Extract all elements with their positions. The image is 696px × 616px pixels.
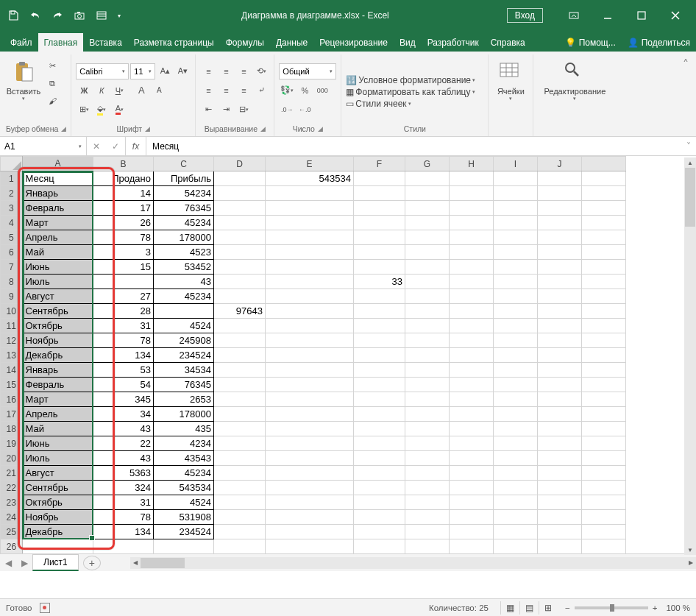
cell-G21[interactable] xyxy=(405,466,450,481)
cell-B14[interactable]: 53 xyxy=(93,363,154,378)
row-header-7[interactable]: 7 xyxy=(1,260,23,275)
expand-formula-icon[interactable]: ˅ xyxy=(681,141,696,152)
cell-B1[interactable]: Продано xyxy=(93,171,154,186)
cell-D14[interactable] xyxy=(214,363,266,378)
cell-F14[interactable] xyxy=(354,363,405,378)
cell-H21[interactable] xyxy=(450,466,494,481)
cell-H14[interactable] xyxy=(450,363,494,378)
cell-I12[interactable] xyxy=(494,333,538,348)
cell-H9[interactable] xyxy=(450,289,494,304)
tab-developer[interactable]: Разработчик xyxy=(422,33,485,52)
font-name-select[interactable]: Calibri▾ xyxy=(76,63,129,79)
cell-H25[interactable] xyxy=(450,525,494,539)
cell-F24[interactable] xyxy=(354,510,405,525)
row-header-23[interactable]: 23 xyxy=(1,495,23,510)
italic-button[interactable]: К xyxy=(93,82,110,99)
cell-F12[interactable] xyxy=(354,333,405,348)
column-header-I[interactable]: I xyxy=(494,157,538,171)
cell-I2[interactable] xyxy=(494,186,538,201)
dialog-launcher-icon[interactable]: ◢ xyxy=(260,125,266,132)
cell-A12[interactable]: Ноябрь xyxy=(23,333,93,348)
enter-icon[interactable]: ✓ xyxy=(106,137,125,155)
tab-data[interactable]: Данные xyxy=(270,33,313,52)
cell-J9[interactable] xyxy=(538,289,582,304)
cell-J7[interactable] xyxy=(538,260,582,275)
format-as-table-button[interactable]: ▦Форматировать как таблицу ▾ xyxy=(346,87,475,97)
cell-H20[interactable] xyxy=(450,451,494,466)
row-header-26[interactable]: 26 xyxy=(1,539,23,554)
zoom-level[interactable]: 100 % xyxy=(666,603,690,612)
normal-view-icon[interactable]: ▦ xyxy=(500,601,519,615)
cell-G5[interactable] xyxy=(405,230,450,245)
cell-B18[interactable]: 43 xyxy=(93,422,154,436)
redo-icon[interactable] xyxy=(49,7,66,24)
increase-font-icon[interactable]: A▴ xyxy=(157,63,173,79)
increase-decimal-icon[interactable]: .0→ xyxy=(279,102,295,118)
cell-G9[interactable] xyxy=(405,289,450,304)
cell-F16[interactable] xyxy=(354,392,405,407)
row-header-12[interactable]: 12 xyxy=(1,333,23,348)
cell-F23[interactable] xyxy=(354,495,405,510)
cell-C19[interactable]: 4234 xyxy=(154,436,214,451)
cell-D16[interactable] xyxy=(214,392,266,407)
column-header-E[interactable]: E xyxy=(266,157,354,171)
cell-A21[interactable]: Август xyxy=(23,466,93,481)
increase-font-icon-2[interactable]: A xyxy=(133,82,149,99)
cell-E8[interactable] xyxy=(266,275,354,289)
cell-A7[interactable]: Июнь xyxy=(23,260,93,275)
cell-G16[interactable] xyxy=(405,392,450,407)
cell-H4[interactable] xyxy=(450,216,494,230)
cell-D5[interactable] xyxy=(214,230,266,245)
cell-E15[interactable] xyxy=(266,378,354,392)
vertical-scrollbar[interactable]: ▲ ▼ xyxy=(684,157,696,555)
cell-A19[interactable]: Июнь xyxy=(23,436,93,451)
cell-E13[interactable] xyxy=(266,348,354,363)
new-sheet-icon[interactable]: + xyxy=(83,556,101,570)
cell-J6[interactable] xyxy=(538,245,582,260)
column-header-D[interactable]: D xyxy=(214,157,266,171)
comma-icon[interactable]: 000 xyxy=(314,82,330,99)
row-header-18[interactable]: 18 xyxy=(1,422,23,436)
cell-G3[interactable] xyxy=(405,201,450,216)
cell-E23[interactable] xyxy=(266,495,354,510)
cell-D23[interactable] xyxy=(214,495,266,510)
cell-E10[interactable] xyxy=(266,304,354,319)
cell-J11[interactable] xyxy=(538,319,582,333)
scroll-down-icon[interactable]: ▼ xyxy=(684,545,696,555)
cell-I24[interactable] xyxy=(494,510,538,525)
align-left-icon[interactable]: ≡ xyxy=(200,82,216,99)
number-format-select[interactable]: Общий▾ xyxy=(279,63,336,79)
cell-E20[interactable] xyxy=(266,451,354,466)
cell-I17[interactable] xyxy=(494,407,538,422)
cell-B19[interactable]: 22 xyxy=(93,436,154,451)
cell-G22[interactable] xyxy=(405,481,450,495)
tab-page-layout[interactable]: Разметка страницы xyxy=(128,33,220,52)
cell-F1[interactable] xyxy=(354,171,405,186)
cell-J24[interactable] xyxy=(538,510,582,525)
cell-H16[interactable] xyxy=(450,392,494,407)
cell-E1[interactable]: 543534 xyxy=(266,171,354,186)
cell-J13[interactable] xyxy=(538,348,582,363)
cell-C21[interactable]: 45234 xyxy=(154,466,214,481)
editing-button[interactable]: Редактирование ▾ xyxy=(538,57,611,110)
cell-C3[interactable]: 76345 xyxy=(154,201,214,216)
column-header-G[interactable]: G xyxy=(405,157,450,171)
percent-icon[interactable]: % xyxy=(296,82,313,99)
cell-D10[interactable]: 97643 xyxy=(214,304,266,319)
cell-G6[interactable] xyxy=(405,245,450,260)
cell-C15[interactable]: 76345 xyxy=(154,378,214,392)
cell-J19[interactable] xyxy=(538,436,582,451)
cell-H23[interactable] xyxy=(450,495,494,510)
cell-B13[interactable]: 134 xyxy=(93,348,154,363)
cell-H22[interactable] xyxy=(450,481,494,495)
cell-H24[interactable] xyxy=(450,510,494,525)
cells-button[interactable]: Ячейки ▾ xyxy=(493,57,528,110)
borders-icon[interactable]: ⊞▾ xyxy=(76,102,92,118)
cell-J20[interactable] xyxy=(538,451,582,466)
wrap-text-icon[interactable]: ⤶ xyxy=(253,82,269,99)
row-header-8[interactable]: 8 xyxy=(1,275,23,289)
cell-H17[interactable] xyxy=(450,407,494,422)
cell-I7[interactable] xyxy=(494,260,538,275)
cell-D4[interactable] xyxy=(214,216,266,230)
cell-I25[interactable] xyxy=(494,525,538,539)
